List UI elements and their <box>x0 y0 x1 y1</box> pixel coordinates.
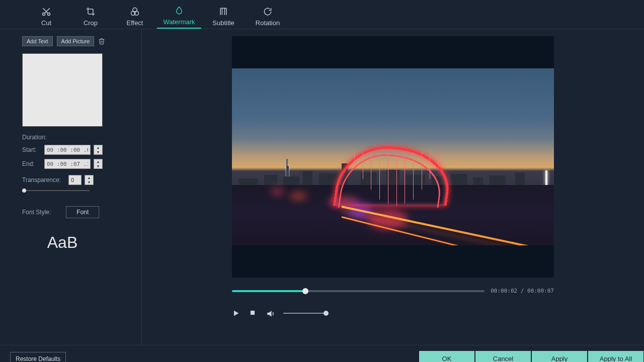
subtitle-icon <box>218 6 229 17</box>
tab-crop[interactable]: Crop <box>68 6 113 29</box>
svg-marker-7 <box>234 311 238 316</box>
play-button[interactable] <box>232 309 240 317</box>
tab-rotation[interactable]: Rotation <box>246 6 290 29</box>
preview-area: 00:00:02 / 00:00:07 <box>142 29 644 345</box>
volume-icon[interactable] <box>266 309 274 317</box>
apply-to-all-button[interactable]: Apply to All <box>588 350 644 363</box>
add-text-button[interactable]: Add Text <box>22 36 53 46</box>
video-preview <box>232 36 554 278</box>
font-button[interactable]: Font <box>66 206 99 218</box>
start-time-input[interactable] <box>44 145 91 155</box>
ok-button[interactable]: OK <box>419 350 475 363</box>
crop-icon <box>85 6 96 17</box>
duration-label: Duration: <box>22 134 119 141</box>
tab-effect[interactable]: Effect <box>113 6 157 29</box>
footer: Restore Defaults OK Cancel Apply Apply t… <box>0 345 644 362</box>
effect-icon <box>129 6 140 17</box>
tab-rotation-label: Rotation <box>256 19 280 27</box>
start-time-spinner[interactable]: ▲▼ <box>94 145 103 155</box>
volume-slider[interactable] <box>283 313 329 314</box>
end-time-input[interactable] <box>44 159 91 169</box>
font-style-label: Font Style: <box>22 209 51 216</box>
tab-watermark-label: Watermark <box>163 18 195 26</box>
svg-marker-9 <box>267 311 271 317</box>
transparence-slider[interactable] <box>22 190 90 191</box>
end-label: End: <box>22 160 41 167</box>
watermark-icon <box>174 5 185 16</box>
svg-rect-8 <box>251 311 255 315</box>
tab-crop-label: Crop <box>84 19 98 27</box>
transparence-spinner[interactable]: ▲▼ <box>85 175 94 185</box>
transparence-input[interactable] <box>68 175 82 185</box>
add-picture-button[interactable]: Add Picture <box>57 36 95 46</box>
stop-button[interactable] <box>249 309 257 317</box>
timeline-slider[interactable] <box>232 290 485 292</box>
tab-cut-label: Cut <box>41 19 51 27</box>
transparence-label: Transparence: <box>22 176 65 184</box>
end-time-spinner[interactable]: ▲▼ <box>94 159 103 169</box>
svg-point-1 <box>48 13 50 16</box>
watermark-text-input[interactable] <box>22 53 103 127</box>
tab-watermark[interactable]: Watermark <box>157 5 201 29</box>
watermark-panel: Add Text Add Picture Duration: Start: ▲▼… <box>0 29 142 345</box>
rotation-icon <box>262 6 273 17</box>
tab-subtitle[interactable]: Subtitle <box>201 6 246 29</box>
cancel-button[interactable]: Cancel <box>475 350 531 363</box>
apply-button[interactable]: Apply <box>531 350 588 363</box>
delete-icon[interactable] <box>98 37 106 45</box>
cut-icon <box>41 6 52 17</box>
time-display: 00:00:02 / 00:00:07 <box>491 288 554 294</box>
editor-tabs: Cut Crop Effect Watermark Subtitle Rotat… <box>0 0 644 29</box>
tab-cut[interactable]: Cut <box>24 6 68 29</box>
tab-subtitle-label: Subtitle <box>212 19 234 27</box>
tab-effect-label: Effect <box>126 19 143 27</box>
restore-defaults-button[interactable]: Restore Defaults <box>10 352 66 363</box>
font-preview: AaB <box>22 233 103 252</box>
start-label: Start: <box>22 146 41 153</box>
svg-point-0 <box>43 13 45 16</box>
